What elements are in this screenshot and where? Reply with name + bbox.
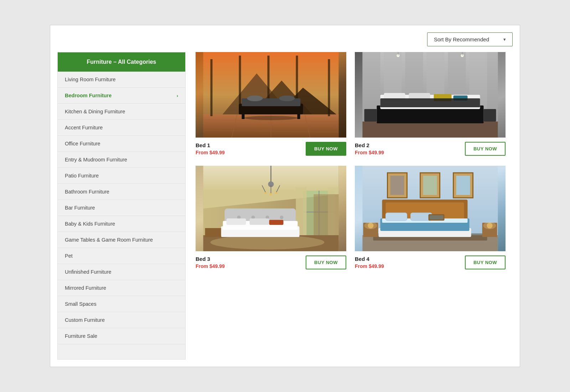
svg-point-62	[211, 235, 325, 249]
product-info-bed1: Bed 1 From $49.99 BUY NOW	[196, 138, 346, 157]
product-info-bed2: Bed 2 From $49.99 BUY NOW	[355, 138, 506, 157]
sidebar: Furniture – All Categories Living Room F…	[57, 52, 186, 360]
sidebar-item-living-room[interactable]: Living Room Furniture	[58, 72, 185, 88]
top-bar: Sort By Recommended ▾	[57, 32, 513, 46]
svg-rect-80	[456, 176, 470, 195]
buy-now-button-bed3[interactable]: BUY NOW	[306, 256, 346, 269]
buy-now-button-bed1[interactable]: BUY NOW	[306, 142, 346, 156]
product-price-bed4: From $49.99	[355, 263, 384, 269]
sidebar-item-entry[interactable]: Entry & Mudroom Furniture	[58, 152, 185, 168]
from-label-bed3: From	[196, 263, 208, 269]
sidebar-item-office[interactable]: Office Furniture	[58, 136, 185, 152]
svg-point-67	[280, 216, 284, 219]
from-label-bed4: From	[355, 263, 367, 269]
sidebar-item-mirrored[interactable]: Mirrored Furniture	[58, 280, 185, 296]
sidebar-item-bedroom[interactable]: Bedroom Furniture ›	[58, 88, 185, 104]
sidebar-item-label: Accent Furniture	[65, 125, 103, 130]
svg-rect-78	[423, 176, 437, 195]
svg-point-53	[270, 193, 272, 195]
sidebar-item-game-tables[interactable]: Game Tables & Game Room Furniture	[58, 232, 185, 248]
svg-point-54	[275, 192, 278, 194]
product-image-bed3	[196, 166, 346, 251]
products-grid: Bed 1 From $49.99 BUY NOW	[196, 52, 506, 271]
product-info-bed4: Bed 4 From $49.99 BUY NOW	[355, 251, 506, 271]
product-name-bed3: Bed 3	[196, 256, 225, 262]
sidebar-item-kitchen[interactable]: Kitchen & Dining Furniture	[58, 104, 185, 120]
price-value-bed2: $49.99	[369, 150, 384, 155]
svg-rect-73	[205, 228, 221, 237]
product-price-bed2: From $49.99	[355, 150, 384, 155]
product-details-bed3: Bed 3 From $49.99	[196, 256, 225, 269]
chevron-down-icon: ▾	[503, 37, 506, 42]
buy-now-button-bed2[interactable]: BUY NOW	[465, 142, 506, 156]
sidebar-item-label: Furniture Sale	[65, 333, 97, 339]
sidebar-item-accent[interactable]: Accent Furniture	[58, 120, 185, 136]
sidebar-item-label: Patio Furniture	[65, 173, 99, 179]
product-image-bed2	[355, 52, 506, 138]
svg-rect-42	[380, 98, 480, 107]
products-area: Bed 1 From $49.99 BUY NOW	[186, 52, 513, 360]
product-image-bed4	[355, 166, 506, 251]
price-value-bed1: $49.99	[209, 150, 225, 155]
svg-rect-76	[390, 176, 404, 195]
sidebar-item-small-spaces[interactable]: Small Spaces	[58, 296, 185, 312]
content-area: Furniture – All Categories Living Room F…	[57, 52, 513, 360]
sidebar-item-bathroom[interactable]: Bathroom Furniture	[58, 184, 185, 200]
sidebar-title: Furniture – All Categories	[87, 59, 156, 65]
svg-rect-70	[227, 218, 246, 225]
sidebar-item-label: Baby & Kids Furniture	[65, 221, 115, 227]
svg-rect-15	[328, 59, 330, 116]
sidebar-item-pet[interactable]: Pet	[58, 248, 185, 264]
product-details-bed2: Bed 2 From $49.99	[355, 142, 384, 155]
bed4-image-svg	[355, 166, 506, 251]
svg-rect-71	[250, 218, 269, 225]
sidebar-item-label: Unfinished Furniture	[65, 269, 112, 275]
svg-point-18	[247, 96, 263, 101]
from-label-bed1: From	[196, 150, 208, 155]
product-image-bed1	[196, 52, 346, 138]
product-name-bed2: Bed 2	[355, 142, 384, 148]
sidebar-item-label: Entry & Mudroom Furniture	[65, 157, 127, 163]
svg-rect-35	[363, 122, 498, 138]
product-name-bed4: Bed 4	[355, 256, 384, 262]
product-info-bed3: Bed 3 From $49.99 BUY NOW	[196, 251, 346, 271]
sidebar-item-label: Game Tables & Game Room Furniture	[65, 237, 153, 243]
sidebar-item-label: Living Room Furniture	[65, 77, 116, 82]
sidebar-item-label: Small Spaces	[65, 301, 97, 307]
buy-now-button-bed4[interactable]: BUY NOW	[465, 256, 506, 269]
svg-point-22	[244, 116, 298, 120]
sidebar-item-label: Mirrored Furniture	[65, 285, 106, 291]
sidebar-item-unfinished[interactable]: Unfinished Furniture	[58, 264, 185, 280]
sidebar-item-baby-kids[interactable]: Baby & Kids Furniture	[58, 216, 185, 232]
sidebar-item-custom[interactable]: Custom Furniture	[58, 312, 185, 328]
bed2-image-svg	[355, 52, 506, 138]
sidebar-item-label: Pet	[65, 253, 73, 259]
sidebar-item-label: Bedroom Furniture	[65, 93, 112, 98]
svg-rect-20	[242, 114, 245, 119]
sidebar-item-patio[interactable]: Patio Furniture	[58, 168, 185, 184]
svg-point-52	[265, 192, 267, 194]
sort-dropdown[interactable]: Sort By Recommended ▾	[427, 32, 513, 46]
svg-point-19	[279, 96, 295, 101]
chevron-right-icon: ›	[177, 93, 178, 98]
svg-rect-88	[386, 213, 407, 221]
price-value-bed3: $49.99	[209, 263, 225, 269]
sort-label: Sort By Recommended	[434, 36, 489, 42]
product-card-bed1: Bed 1 From $49.99 BUY NOW	[196, 52, 346, 157]
product-name-bed1: Bed 1	[196, 142, 225, 148]
sidebar-item-bar[interactable]: Bar Furniture	[58, 200, 185, 216]
product-card-bed2: Bed 2 From $49.99 BUY NOW	[355, 52, 506, 157]
sidebar-item-label: Bar Furniture	[65, 205, 95, 211]
sidebar-header: Furniture – All Categories	[58, 52, 185, 72]
product-details-bed1: Bed 1 From $49.99	[196, 142, 225, 155]
product-card-bed3: Bed 3 From $49.99 BUY NOW	[196, 166, 346, 271]
svg-rect-43	[364, 109, 377, 122]
sidebar-item-label: Bathroom Furniture	[65, 189, 109, 195]
product-price-bed3: From $49.99	[196, 263, 225, 269]
svg-rect-11	[211, 59, 213, 116]
svg-point-96	[364, 222, 377, 229]
product-price-bed1: From $49.99	[196, 150, 225, 155]
sidebar-item-sale[interactable]: Furniture Sale	[58, 328, 185, 344]
product-details-bed4: Bed 4 From $49.99	[355, 256, 384, 269]
bed1-image-svg	[196, 52, 346, 138]
